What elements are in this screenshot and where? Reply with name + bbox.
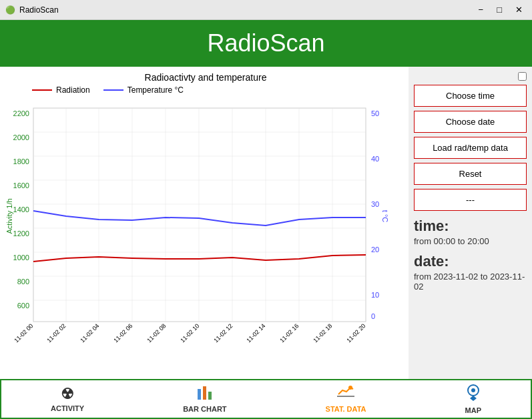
svg-text:11-02 18: 11-02 18	[312, 322, 333, 344]
svg-text:20: 20	[371, 246, 379, 254]
chart-area: Radioactivty and temperature Radiation T…	[0, 67, 409, 379]
svg-text:1000: 1000	[13, 254, 29, 262]
legend-line-blue	[103, 89, 123, 91]
date-range: from 2023-11-02 to 2023-11-02	[414, 272, 527, 292]
checkbox[interactable]	[518, 72, 527, 81]
map-icon	[466, 384, 481, 405]
svg-text:40: 40	[371, 155, 379, 163]
choose-date-button[interactable]: Choose date	[414, 111, 527, 133]
nav-activity-label: ACTIVITY	[51, 404, 84, 412]
svg-text:11-02 06: 11-02 06	[112, 322, 134, 344]
date-heading: date:	[414, 253, 527, 270]
svg-text:Activity 1/h: Activity 1/h	[5, 198, 13, 234]
close-button[interactable]: ✕	[511, 4, 527, 15]
svg-text:50: 50	[371, 109, 379, 117]
svg-rect-17	[33, 108, 366, 322]
svg-rect-46	[198, 389, 201, 400]
svg-text:600: 600	[17, 302, 29, 310]
svg-text:11-02 12: 11-02 12	[212, 322, 234, 344]
svg-rect-48	[208, 392, 212, 400]
right-panel: Choose time Choose date Load rad/temp da…	[409, 67, 532, 379]
svg-text:11-02 16: 11-02 16	[278, 322, 300, 344]
time-heading: time:	[414, 218, 527, 235]
minimize-button[interactable]: −	[475, 4, 488, 15]
checkbox-area	[414, 72, 527, 81]
svg-text:0: 0	[371, 312, 375, 320]
date-section: date: from 2023-11-02 to 2023-11-02	[414, 253, 527, 292]
bottom-nav: ☢ ACTIVITY BAR CHART STAT. DATA	[0, 379, 532, 419]
stat-data-icon	[337, 385, 354, 404]
activity-icon: ☢	[61, 386, 74, 403]
nav-item-bar-chart[interactable]: BAR CHART	[183, 385, 226, 413]
reset-button[interactable]: Reset	[414, 163, 527, 185]
svg-text:11-02 02: 11-02 02	[45, 322, 67, 344]
svg-text:1800: 1800	[13, 157, 29, 165]
svg-text:1200: 1200	[13, 230, 29, 238]
chart-title: Radioactivty and temperature	[5, 72, 406, 83]
nav-item-stat-data[interactable]: STAT. DATA	[326, 385, 366, 413]
legend-radiation-label: Radiation	[56, 85, 90, 95]
svg-marker-53	[470, 396, 477, 401]
nav-item-map[interactable]: MAP	[465, 384, 481, 414]
svg-text:11-02 04: 11-02 04	[79, 322, 100, 344]
svg-rect-49	[337, 396, 354, 397]
time-section: time: from 00:00 to 20:00	[414, 218, 527, 246]
svg-text:11-02 00: 11-02 00	[13, 322, 34, 344]
chart-svg: 2200 2000 1800 1600 1400 1200 1000 800 6…	[5, 96, 392, 356]
app-name-titlebar: RadioScan	[19, 5, 59, 15]
restore-button[interactable]: □	[493, 4, 506, 15]
legend-temperature-label: Temperature °C	[127, 85, 184, 95]
nav-map-label: MAP	[465, 406, 481, 414]
svg-text:11-02 20: 11-02 20	[345, 322, 366, 344]
nav-stat-data-label: STAT. DATA	[326, 405, 366, 413]
legend-line-red	[32, 89, 52, 91]
time-range: from 00:00 to 20:00	[414, 236, 527, 246]
svg-text:11-02 08: 11-02 08	[146, 322, 167, 344]
svg-rect-47	[203, 386, 206, 400]
load-data-button[interactable]: Load rad/temp data	[414, 137, 527, 159]
svg-text:11-02 14: 11-02 14	[245, 322, 266, 344]
app-icon: 🟢	[5, 5, 15, 15]
svg-text:10: 10	[371, 291, 379, 299]
svg-point-50	[348, 386, 352, 390]
legend-temperature: Temperature °C	[103, 85, 184, 95]
svg-text:1400: 1400	[13, 205, 29, 214]
svg-text:t °C: t °C	[381, 210, 389, 223]
dash-button[interactable]: ---	[414, 189, 527, 211]
svg-text:800: 800	[17, 278, 29, 286]
bar-chart-icon	[196, 385, 214, 404]
title-bar: 🟢 RadioScan − □ ✕	[0, 0, 532, 20]
app-header: RadioScan	[0, 20, 532, 67]
legend-radiation: Radiation	[32, 85, 90, 95]
svg-text:30: 30	[371, 200, 379, 208]
svg-text:2000: 2000	[13, 133, 29, 141]
nav-item-activity[interactable]: ☢ ACTIVITY	[51, 386, 84, 412]
nav-bar-chart-label: BAR CHART	[183, 405, 226, 413]
svg-text:1600: 1600	[13, 181, 29, 189]
choose-time-button[interactable]: Choose time	[414, 85, 527, 107]
app-title: RadioScan	[207, 29, 324, 57]
chart-legend: Radiation Temperature °C	[32, 85, 406, 95]
svg-point-52	[471, 388, 475, 392]
svg-text:11-02 10: 11-02 10	[179, 322, 200, 344]
svg-text:2200: 2200	[13, 109, 29, 117]
